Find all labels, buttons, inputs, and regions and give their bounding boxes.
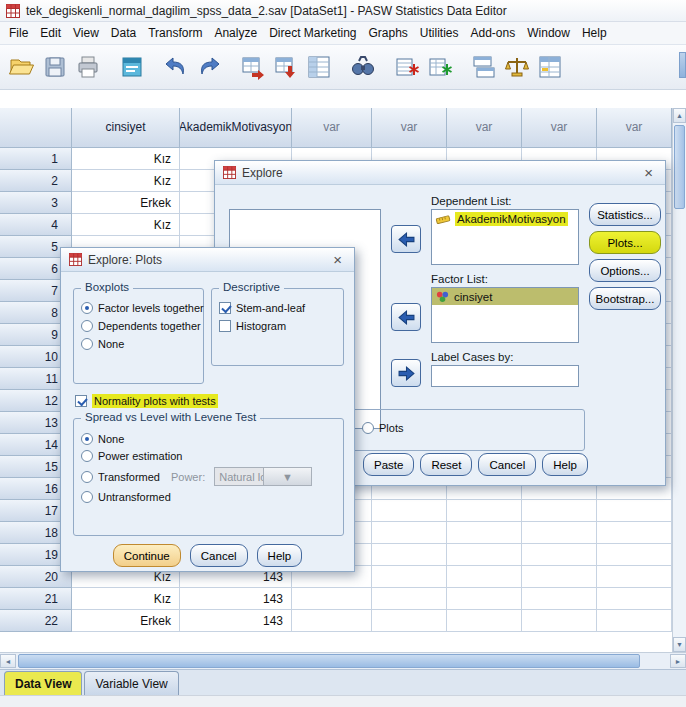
column-header-var-3[interactable]: var (447, 108, 522, 148)
plots-button[interactable]: Plots... (589, 231, 661, 254)
cell-var[interactable] (372, 566, 447, 588)
column-header-akademikmotivasyon[interactable]: AkademikMotivasyon (180, 108, 292, 148)
column-header-var-2[interactable]: var (372, 108, 447, 148)
factor-variable-item[interactable]: cinsiyet (432, 288, 578, 305)
factor-list[interactable]: cinsiyet (431, 287, 579, 343)
undo-icon[interactable] (159, 49, 192, 85)
scroll-right-icon[interactable]: ► (670, 654, 686, 668)
find-icon[interactable] (346, 49, 379, 85)
cancel-button[interactable]: Cancel (190, 544, 248, 567)
cell-akademikmotivasyon[interactable]: 143 (180, 610, 292, 632)
tab-data-view[interactable]: Data View (4, 671, 82, 695)
row-number[interactable]: 22 (0, 610, 72, 632)
print-icon[interactable] (71, 49, 104, 85)
cell-var[interactable] (597, 566, 672, 588)
cell-var[interactable] (522, 544, 597, 566)
reset-button[interactable]: Reset (420, 453, 472, 476)
cell-var[interactable] (522, 522, 597, 544)
variables-icon[interactable] (302, 49, 335, 85)
redo-icon[interactable] (192, 49, 225, 85)
save-icon[interactable] (38, 49, 71, 85)
paste-button[interactable]: Paste (363, 453, 414, 476)
goto-case-icon[interactable] (236, 49, 269, 85)
cell-cinsiyet[interactable]: Kız (72, 148, 180, 170)
menu-analyze[interactable]: Analyze (208, 23, 263, 43)
tab-variable-view[interactable]: Variable View (84, 671, 178, 695)
cell-var[interactable] (522, 566, 597, 588)
move-to-label-cases-button[interactable] (391, 359, 421, 387)
weight-cases-icon[interactable] (500, 49, 533, 85)
cell-var[interactable] (597, 544, 672, 566)
cell-var[interactable] (372, 500, 447, 522)
cell-cinsiyet[interactable]: Kız (72, 588, 180, 610)
scroll-up-icon[interactable]: ▲ (673, 108, 686, 123)
menu-graphs[interactable]: Graphs (362, 23, 413, 43)
cell-cinsiyet[interactable]: Kız (72, 170, 180, 192)
horizontal-scroll-thumb[interactable] (18, 654, 640, 668)
cell-var[interactable] (522, 500, 597, 522)
spread-option-power-estimation[interactable]: Power estimation (81, 450, 339, 462)
menu-view[interactable]: View (67, 23, 105, 43)
menu-help[interactable]: Help (576, 23, 613, 43)
display-plots-radio[interactable]: Plots (362, 422, 403, 434)
menu-direct-marketing[interactable]: Direct Marketing (263, 23, 362, 43)
column-header-var-5[interactable]: var (597, 108, 672, 148)
row-number[interactable]: 3 (0, 192, 72, 214)
power-dropdown[interactable]: Natural log▼ (214, 467, 312, 486)
cell-cinsiyet[interactable]: Kız (72, 214, 180, 236)
spread-option-none[interactable]: None (81, 433, 339, 445)
menu-add-ons[interactable]: Add-ons (465, 23, 522, 43)
cell-var[interactable] (292, 588, 372, 610)
help-button[interactable]: Help (542, 453, 588, 476)
help-button[interactable]: Help (257, 544, 303, 567)
vertical-scroll-thumb[interactable] (674, 125, 685, 209)
cell-var[interactable] (447, 544, 522, 566)
cell-var[interactable] (447, 610, 522, 632)
recall-dialogs-icon[interactable] (115, 49, 148, 85)
boxplots-option-none[interactable]: None (81, 338, 199, 350)
horizontal-scrollbar[interactable]: ◄ ► (0, 652, 686, 669)
menu-utilities[interactable]: Utilities (414, 23, 465, 43)
row-number[interactable]: 2 (0, 170, 72, 192)
scroll-down-icon[interactable]: ▼ (673, 637, 686, 652)
menu-data[interactable]: Data (105, 23, 142, 43)
scroll-left-icon[interactable]: ◄ (0, 654, 16, 668)
close-icon[interactable]: × (329, 251, 346, 268)
cell-var[interactable] (447, 566, 522, 588)
close-icon[interactable]: × (640, 164, 657, 181)
cell-var[interactable] (447, 588, 522, 610)
row-number[interactable]: 4 (0, 214, 72, 236)
dependent-list[interactable]: AkademikMotivasyon (431, 209, 579, 265)
cell-var[interactable] (372, 544, 447, 566)
vertical-scrollbar[interactable]: ▲ ▼ (672, 108, 686, 652)
cell-cinsiyet[interactable]: Erkek (72, 610, 180, 632)
dependent-variable-item[interactable]: AkademikMotivasyon (432, 210, 578, 228)
cell-var[interactable] (372, 588, 447, 610)
split-file-icon[interactable] (467, 49, 500, 85)
column-header-var-1[interactable]: var (292, 108, 372, 148)
value-labels-icon[interactable] (533, 49, 566, 85)
explore-dialog-titlebar[interactable]: Explore × (215, 161, 665, 185)
normality-checkbox[interactable]: Normality plots with tests (75, 394, 218, 408)
cell-var[interactable] (597, 500, 672, 522)
row-number[interactable]: 21 (0, 588, 72, 610)
toolbar-overflow[interactable] (679, 52, 686, 78)
spread-option-untransformed[interactable]: Untransformed (81, 491, 339, 503)
cell-akademikmotivasyon[interactable]: 143 (180, 588, 292, 610)
grid-corner-cell[interactable] (0, 108, 72, 148)
insert-cases-icon[interactable] (390, 49, 423, 85)
cell-var[interactable] (372, 610, 447, 632)
cell-var[interactable] (597, 522, 672, 544)
open-data-icon[interactable] (5, 49, 38, 85)
boxplots-option-dependents-together[interactable]: Dependents together (81, 320, 199, 332)
move-to-dependent-button[interactable] (391, 225, 421, 253)
cell-var[interactable] (522, 610, 597, 632)
menu-window[interactable]: Window (521, 23, 576, 43)
insert-variable-icon[interactable] (423, 49, 456, 85)
row-number[interactable]: 1 (0, 148, 72, 170)
cell-var[interactable] (597, 588, 672, 610)
plots-dialog-titlebar[interactable]: Explore: Plots × (61, 248, 354, 272)
cell-var[interactable] (522, 588, 597, 610)
column-header-var-4[interactable]: var (522, 108, 597, 148)
label-cases-field[interactable] (431, 365, 579, 387)
